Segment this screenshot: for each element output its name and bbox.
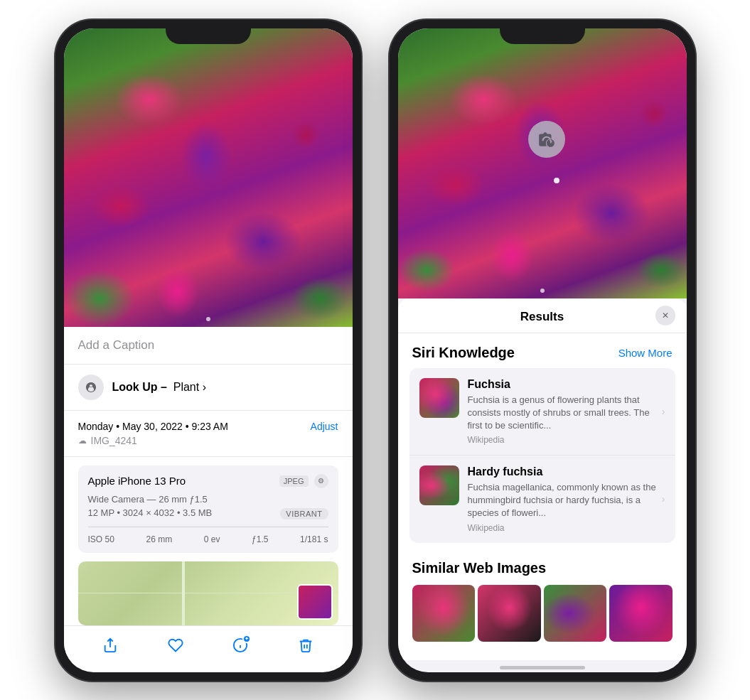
info-section: Monday • May 30, 2022 • 9:23 AM Adjust ☁… xyxy=(64,411,353,457)
map-photo-thumb xyxy=(297,584,333,620)
favorite-button[interactable] xyxy=(168,637,183,653)
caption-area[interactable]: Add a Caption xyxy=(64,327,353,365)
page-indicator-right xyxy=(540,289,545,293)
flower-photo-right[interactable] xyxy=(398,28,687,298)
camera-details: Wide Camera — 26 mm ƒ1.5 xyxy=(88,494,328,505)
similar-image-4[interactable] xyxy=(609,585,673,642)
meta-row: ISO 50 26 mm 0 ev ƒ1.5 1/181 s xyxy=(88,527,328,544)
similar-images-title: Similar Web Images xyxy=(412,560,673,576)
similar-image-1[interactable] xyxy=(412,585,476,642)
lookup-icon xyxy=(78,375,104,400)
results-panel: Results ✕ Siri Knowledge Show More Fuchs… xyxy=(398,298,687,660)
device-name: Apple iPhone 13 Pro xyxy=(88,475,186,487)
fuchsia-thumbnail xyxy=(419,378,459,418)
ev: 0 ev xyxy=(204,534,220,544)
info-button[interactable]: ✦ xyxy=(232,637,248,653)
resolution: 12 MP • 3024 × 4032 • 3.5 MB xyxy=(88,507,213,518)
adjust-button[interactable]: Adjust xyxy=(311,421,338,432)
delete-button[interactable] xyxy=(298,637,314,653)
settings-icon[interactable]: ⚙ xyxy=(314,474,328,488)
device-badges: JPEG ⚙ xyxy=(279,474,328,488)
photo-date: Monday • May 30, 2022 • 9:23 AM xyxy=(78,421,228,432)
cloud-icon: ☁ xyxy=(78,436,87,446)
camera-type: Wide Camera — 26 mm ƒ1.5 xyxy=(88,494,328,505)
close-button[interactable]: ✕ xyxy=(655,306,675,325)
similar-image-3[interactable] xyxy=(544,585,607,642)
notch xyxy=(166,20,251,44)
toolbar: ✦ xyxy=(64,625,353,667)
focal-length: 26 mm xyxy=(146,534,172,544)
filename-row: ☁ IMG_4241 xyxy=(78,435,338,446)
device-section: Apple iPhone 13 Pro JPEG ⚙ Wide Camera —… xyxy=(78,465,338,553)
fuchsia-source: Wikipedia xyxy=(468,435,665,445)
knowledge-item-fuchsia[interactable]: Fuchsia Fuchsia is a genus of flowering … xyxy=(409,368,675,456)
page-indicator xyxy=(206,317,210,321)
fuchsia-desc: Fuchsia is a genus of flowering plants t… xyxy=(468,394,665,433)
shutter: 1/181 s xyxy=(300,534,328,544)
info-badge: ✦ xyxy=(242,635,251,643)
map-section[interactable] xyxy=(78,561,338,625)
filename: IMG_4241 xyxy=(91,435,137,446)
similar-images-section: Similar Web Images xyxy=(398,549,687,649)
fuchsia-chevron: › xyxy=(662,406,665,417)
aperture: ƒ1.5 xyxy=(252,534,268,544)
flower-photo-left[interactable] xyxy=(64,28,353,327)
notch-right xyxy=(500,20,585,44)
hardy-fuchsia-source: Wikipedia xyxy=(468,523,665,533)
home-bar-right xyxy=(500,666,585,669)
format-badge: JPEG xyxy=(279,475,309,487)
hardy-fuchsia-thumbnail xyxy=(419,465,459,505)
right-screen: Results ✕ Siri Knowledge Show More Fuchs… xyxy=(398,28,687,672)
caption-placeholder[interactable]: Add a Caption xyxy=(78,338,155,352)
hardy-fuchsia-desc: Fuchsia magellanica, commonly known as t… xyxy=(468,481,665,520)
similar-image-2[interactable] xyxy=(478,585,541,642)
lookup-bold: Look Up – xyxy=(112,381,167,393)
date-row: Monday • May 30, 2022 • 9:23 AM Adjust xyxy=(78,421,338,432)
siri-knowledge-header: Siri Knowledge Show More xyxy=(398,333,687,368)
lookup-row[interactable]: Look Up – Plant › xyxy=(64,365,353,411)
share-button[interactable] xyxy=(102,637,118,653)
knowledge-card: Fuchsia Fuchsia is a genus of flowering … xyxy=(409,368,675,543)
fuchsia-content: Fuchsia Fuchsia is a genus of flowering … xyxy=(468,378,665,446)
results-header: Results ✕ xyxy=(398,298,687,333)
hardy-fuchsia-content: Hardy fuchsia Fuchsia magellanica, commo… xyxy=(468,465,665,533)
hardy-fuchsia-chevron: › xyxy=(662,493,665,505)
siri-knowledge-title: Siri Knowledge xyxy=(412,345,515,361)
left-phone: Add a Caption Look Up – Plant › Monday •… xyxy=(55,20,361,681)
knowledge-item-hardy-fuchsia[interactable]: Hardy fuchsia Fuchsia magellanica, commo… xyxy=(409,456,675,543)
iso: ISO 50 xyxy=(88,534,114,544)
hardy-fuchsia-name: Hardy fuchsia xyxy=(468,465,665,478)
left-screen: Add a Caption Look Up – Plant › Monday •… xyxy=(64,28,353,672)
fuchsia-name: Fuchsia xyxy=(468,378,665,391)
similar-images-grid xyxy=(412,585,673,642)
lookup-indicator-dot xyxy=(554,178,559,183)
visual-lookup-button[interactable] xyxy=(528,121,565,158)
lookup-label: Look Up – Plant › xyxy=(112,381,206,394)
right-phone: Results ✕ Siri Knowledge Show More Fuchs… xyxy=(390,20,695,681)
device-row: Apple iPhone 13 Pro JPEG ⚙ xyxy=(88,474,328,488)
resolution-row: 12 MP • 3024 × 4032 • 3.5 MB VIBRANT xyxy=(88,507,328,521)
vibrant-badge: VIBRANT xyxy=(280,508,328,519)
results-title: Results xyxy=(520,310,564,324)
lookup-plant: Plant xyxy=(173,381,199,393)
show-more-button[interactable]: Show More xyxy=(618,347,673,359)
